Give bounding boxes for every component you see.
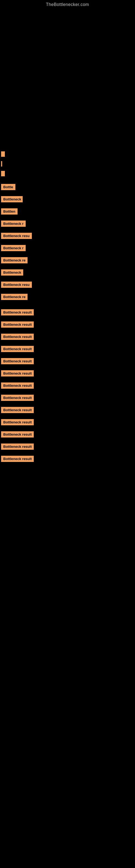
bottleneck-label: Bottleneck result xyxy=(1,321,34,328)
list-item: Bottle xyxy=(0,182,135,194)
bottleneck-label: Bottle xyxy=(1,184,15,190)
bottleneck-label: Bottleneck result xyxy=(1,346,34,352)
list-item: Bottleneck result xyxy=(0,417,135,429)
bottleneck-label: Bottleneck r xyxy=(1,245,26,251)
list-item: Bottleneck result xyxy=(0,380,135,393)
bottleneck-label: Bottleneck result xyxy=(1,407,34,413)
bottleneck-label: Bottleneck result xyxy=(1,309,34,315)
list-item xyxy=(0,149,135,159)
list-item: Bottleneck result xyxy=(0,393,135,405)
row-group-small: Bottle Bottleneck Bottlen Bottleneck r B… xyxy=(0,180,135,305)
list-item: Bottleneck re xyxy=(0,291,135,304)
bottleneck-label: Bottleneck result xyxy=(1,456,34,462)
list-item: Bottleneck re xyxy=(0,255,135,267)
list-item: Bottleneck result xyxy=(0,319,135,332)
list-item: Bottleneck r xyxy=(0,218,135,230)
list-item: Bottleneck resu xyxy=(0,230,135,243)
indicator-block xyxy=(1,151,5,157)
indicator-block xyxy=(1,161,2,166)
list-item xyxy=(0,169,135,179)
list-item: Bottleneck resu xyxy=(0,279,135,291)
site-title: TheBottlenecker.com xyxy=(0,0,135,9)
bottleneck-label: Bottlen xyxy=(1,208,17,215)
bottleneck-label: Bottleneck re xyxy=(1,294,28,300)
list-item: Bottlen xyxy=(0,206,135,218)
list-item: Bottleneck result xyxy=(0,405,135,417)
indicator-block xyxy=(1,171,5,176)
bottleneck-label: Bottleneck result xyxy=(1,370,34,376)
list-item: Bottleneck result xyxy=(0,368,135,380)
list-item: Bottleneck result xyxy=(0,454,135,466)
bottleneck-label: Bottleneck re xyxy=(1,257,28,264)
bottleneck-label: Bottleneck result xyxy=(1,382,34,389)
bottleneck-label: Bottleneck resu xyxy=(1,282,32,288)
row-group-full: Bottleneck result Bottleneck result Bott… xyxy=(0,305,135,467)
list-item: Bottleneck xyxy=(0,194,135,206)
list-item: Bottleneck result xyxy=(0,441,135,454)
bottleneck-label: Bottleneck r xyxy=(1,220,26,227)
bottleneck-label: Bottleneck result xyxy=(1,358,34,364)
bottleneck-label: Bottleneck result xyxy=(1,443,34,450)
bottleneck-label: Bottleneck result xyxy=(1,431,34,437)
list-item: Bottleneck r xyxy=(0,243,135,255)
bottleneck-label: Bottleneck result xyxy=(1,419,34,425)
list-item: Bottleneck result xyxy=(0,344,135,356)
list-item: Bottleneck result xyxy=(0,307,135,319)
chart-area xyxy=(0,9,135,148)
bottom-space xyxy=(0,467,135,576)
site-title-bar: TheBottlenecker.com xyxy=(0,0,135,9)
list-item xyxy=(0,159,135,169)
main-content: TheBottlenecker.com Bottle Bottleneck Bo… xyxy=(0,0,135,576)
list-item: Bottleneck xyxy=(0,267,135,279)
bottleneck-label: Bottleneck resu xyxy=(1,233,32,239)
row-group-tiny xyxy=(0,148,135,180)
bottleneck-label: Bottleneck result xyxy=(1,395,34,401)
list-item: Bottleneck result xyxy=(0,356,135,368)
list-item: Bottleneck result xyxy=(0,429,135,441)
bottleneck-label: Bottleneck result xyxy=(1,334,34,340)
bottleneck-label: Bottleneck xyxy=(1,269,23,276)
bottleneck-label: Bottleneck xyxy=(1,196,23,203)
list-item: Bottleneck result xyxy=(0,332,135,344)
